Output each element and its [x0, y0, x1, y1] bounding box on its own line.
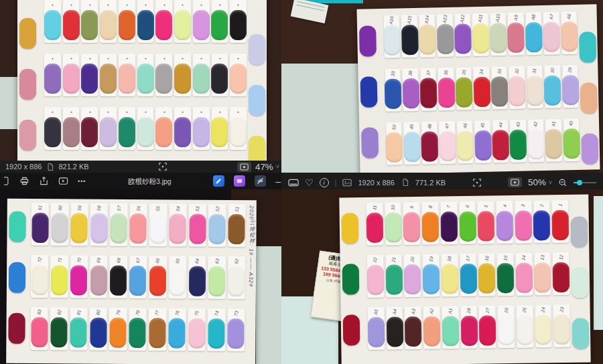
swatch-cell: 46 — [457, 120, 474, 163]
nail-swatch — [561, 21, 578, 52]
file-size: 821.2 KB — [58, 163, 88, 171]
nail-swatch — [421, 131, 438, 162]
nail-swatch — [174, 117, 191, 147]
nail-swatch — [208, 214, 225, 244]
swatch-board[interactable]: A16A15A14A13A12A11A10A9A8A7A6 3938373635… — [356, 4, 600, 174]
swatch-label: 79 — [113, 309, 123, 316]
ai-erase-icon[interactable] — [255, 175, 266, 187]
swatch-board[interactable]: 1110987654321 2221201918171615141312 A5A… — [339, 194, 590, 364]
nail-swatch — [571, 216, 588, 247]
swatch-cell: • — [119, 54, 135, 96]
restyle-icon[interactable] — [234, 175, 245, 187]
swatch-label: 62 — [231, 258, 242, 264]
swatch-label: • — [84, 57, 94, 60]
zoom-level: 47% — [255, 162, 273, 172]
swatch-label: 74 — [211, 310, 222, 316]
nail-swatch — [155, 64, 172, 94]
swatch-label: 7 — [444, 205, 454, 209]
swatch-board[interactable]: 2020三排校样: 1# —— A32# 6160595857565554535… — [6, 199, 257, 364]
share-icon[interactable] — [39, 176, 49, 186]
nail-swatch — [44, 117, 61, 147]
swatch-cell: 4 — [496, 201, 513, 244]
nail-swatch — [543, 21, 560, 52]
swatch-label: 78 — [133, 309, 143, 316]
swatch-cell: A10 — [490, 13, 507, 56]
swatch-cell: A11 — [472, 13, 489, 56]
swatch-cell: • — [155, 0, 172, 43]
swatch-label: • — [48, 110, 58, 114]
actual-size-button[interactable] — [237, 162, 251, 172]
swatch-label: 60 — [54, 205, 65, 211]
swatch-label: 14 — [519, 254, 529, 261]
handwritten-note: 2020三排校样: 1# —— A32# — [247, 205, 255, 287]
swatch-row: 5049484746454443424140 — [386, 118, 580, 165]
nail-swatch — [368, 317, 385, 347]
nail-swatch — [149, 266, 166, 296]
swatch-label: 82 — [54, 309, 64, 316]
swatch-cell: 26 — [498, 305, 515, 348]
info-icon[interactable]: i — [320, 178, 329, 187]
swatch-label: 72 — [34, 256, 45, 263]
swatch-label: 13 — [537, 254, 547, 261]
nail-swatch — [422, 212, 440, 242]
swatch-label: • — [48, 3, 58, 7]
nail-swatch — [507, 23, 525, 54]
swatch-label: • — [159, 110, 169, 114]
zoom-slider[interactable] — [574, 180, 596, 185]
swatch-cell: 77 — [148, 308, 166, 351]
edit-icon[interactable] — [213, 175, 224, 187]
separator: | — [335, 179, 337, 187]
swatch-label: 18 — [444, 256, 455, 262]
swatch-cell: • — [100, 0, 117, 43]
swatch-label: • — [122, 110, 132, 114]
nail-swatch — [492, 130, 509, 161]
swatch-label: • — [66, 110, 76, 114]
nail-swatch — [174, 64, 191, 94]
swatch-cell: 41 — [545, 118, 562, 161]
nail-swatch — [119, 10, 135, 40]
swatch-cell: • — [193, 54, 210, 96]
swatch-label: A15 — [404, 15, 415, 25]
zoom-out-icon[interactable] — [558, 178, 567, 187]
swatch-row: 7271706968676665646362 — [31, 255, 245, 299]
nail-swatch — [533, 210, 551, 240]
filename: 欧根纱粉3.jpg — [128, 176, 172, 186]
nail-swatch — [81, 117, 98, 147]
swatch-cell: 25 — [516, 305, 533, 348]
nail-swatch — [498, 315, 515, 345]
swatch-label: 38 — [405, 70, 416, 77]
zoom-slider-handle[interactable] — [577, 180, 582, 185]
nail-swatch — [211, 64, 228, 94]
favorite-icon[interactable]: ♡ — [305, 177, 314, 188]
nail-swatch — [442, 316, 460, 346]
nail-swatch — [403, 132, 421, 163]
print-icon[interactable] — [19, 176, 29, 186]
swatch-label: 71 — [54, 257, 65, 264]
nail-swatch — [561, 75, 579, 106]
swatch-cell: 67 — [129, 256, 147, 298]
swatch-cell: A3 — [405, 306, 422, 349]
nail-swatch — [129, 266, 146, 296]
swatch-row: 1110987654321 — [366, 200, 569, 246]
nail-swatch — [385, 264, 403, 294]
zoom-level-dropdown[interactable]: 47% ˅ — [255, 162, 279, 172]
fit-screen-icon[interactable] — [158, 162, 168, 171]
actual-size-button[interactable] — [508, 177, 522, 187]
swatch-label: 17 — [463, 255, 474, 262]
filmstrip-icon[interactable] — [288, 178, 299, 187]
more-icon[interactable]: ••• — [78, 178, 86, 185]
actual-size-icon — [240, 163, 249, 171]
swatch-cell: 82 — [50, 307, 68, 350]
zoom-level-dropdown[interactable]: 50% ˅ — [528, 177, 552, 187]
edge-swatch-column — [8, 201, 26, 364]
nail-swatch — [404, 264, 421, 294]
slideshow-icon[interactable] — [58, 176, 68, 186]
swatch-board[interactable]: ••••••••••• ••••••••••• ••••••••••• — [17, 0, 267, 162]
swatch-label: • — [103, 110, 113, 114]
zoom-out-minus[interactable]: – — [275, 176, 281, 187]
fit-screen-icon[interactable] — [472, 178, 482, 187]
swatch-cell: • — [100, 107, 117, 150]
cropped-icon[interactable] — [4, 176, 10, 186]
nail-swatch — [230, 10, 247, 40]
swatch-cell: 15 — [497, 253, 515, 296]
